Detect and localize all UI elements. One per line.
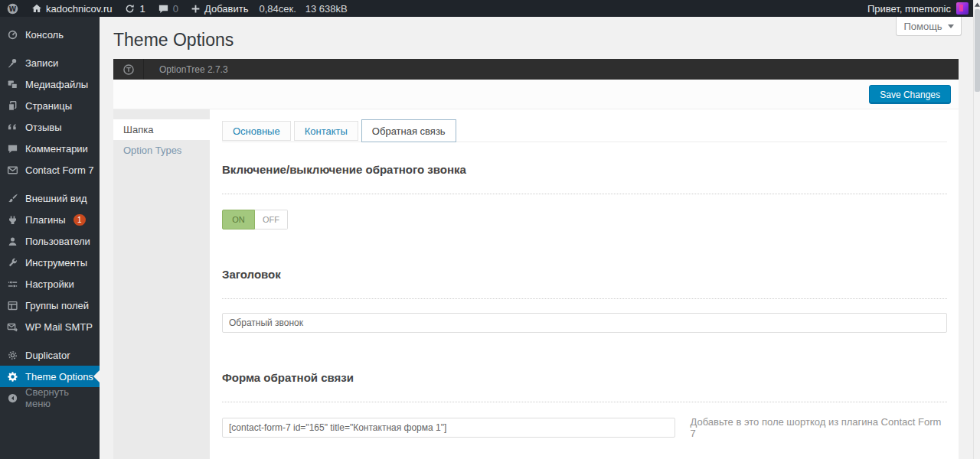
shortcode-input[interactable] xyxy=(222,418,675,438)
updates-count: 1 xyxy=(139,3,145,15)
greeting-text: Привет, mnemonic xyxy=(867,3,951,15)
sidebar-item-tools[interactable]: Инструменты xyxy=(0,252,100,273)
on-off-toggle[interactable]: ON OFF xyxy=(222,210,288,230)
sidebar-item-label: Внешний вид xyxy=(25,193,87,204)
toggle-on-option[interactable]: ON xyxy=(222,210,255,230)
sidebar-item-label: Свернуть меню xyxy=(25,386,95,409)
plus-icon xyxy=(191,4,201,14)
section-heading-title: Заголовок xyxy=(222,268,947,281)
load-time-stat: 0,84сек. xyxy=(254,3,300,15)
admin-bar: W kadochnicov.ru 1 0 Добавить 0,84сек. 1… xyxy=(0,0,973,17)
sidebar-item-label: Консоль xyxy=(25,29,64,41)
wordpress-logo-menu[interactable]: W xyxy=(0,0,25,17)
sidebar-item-label: Плагины xyxy=(25,214,66,226)
shortcode-control-row: Добавьте в это поле шорткод из плагина C… xyxy=(222,416,947,439)
tab-bar: Основные Контакты Обратная связь xyxy=(222,119,947,142)
comment-icon xyxy=(158,3,169,15)
home-icon xyxy=(31,3,42,14)
add-new-label: Добавить xyxy=(204,3,248,15)
sidebar-item-plugins[interactable]: Плагины 1 xyxy=(0,209,100,230)
help-button[interactable]: Помощь xyxy=(896,17,962,36)
sidebar-item-settings[interactable]: Настройки xyxy=(0,273,100,295)
callback-title-input[interactable] xyxy=(222,313,947,333)
sidebar-item-theme-options[interactable]: Theme Options xyxy=(0,366,100,387)
account-menu[interactable]: Привет, mnemonic xyxy=(867,0,973,17)
duplicator-gear-icon xyxy=(7,350,18,361)
mail-icon xyxy=(7,164,18,176)
sidebar-item-contact-form-7[interactable]: Contact Form 7 xyxy=(0,159,100,181)
scrollbar-thumb[interactable] xyxy=(975,9,980,92)
sidebar-collapse-menu[interactable]: Свернуть меню xyxy=(0,387,100,409)
shortcode-hint: Добавьте в это поле шорткод из плагина C… xyxy=(691,416,947,439)
sidebar-item-label: Пользователи xyxy=(25,236,90,247)
sidebar-item-posts[interactable]: Записи xyxy=(0,52,100,73)
site-name: kadochnicov.ru xyxy=(46,3,112,15)
add-new-menu[interactable]: Добавить xyxy=(185,0,254,17)
save-changes-button[interactable]: Save Changes xyxy=(869,85,951,104)
dotted-divider xyxy=(222,402,947,402)
sidebar-item-wp-mail-smtp[interactable]: WP Mail SMTP xyxy=(0,316,100,337)
main-content: Помощь Theme Options OptionTree 2.7.3 Sa… xyxy=(100,17,973,459)
user-icon xyxy=(7,236,18,247)
page-scrollbar[interactable] xyxy=(973,0,980,459)
comments-menu[interactable]: 0 xyxy=(152,0,185,17)
optiontree-version-title: OptionTree 2.7.3 xyxy=(144,64,228,75)
pin-icon xyxy=(7,57,18,69)
optiontree-panel: OptionTree 2.7.3 Save Changes Шапка Opti… xyxy=(113,59,959,459)
sidebar-item-label: Записи xyxy=(25,57,58,69)
sidebar-item-appearance[interactable]: Внешний вид xyxy=(0,187,100,209)
sidebar-item-pages[interactable]: Страницы xyxy=(0,95,100,116)
wrench-icon xyxy=(7,257,18,269)
sidebar-item-users[interactable]: Пользователи xyxy=(0,230,100,252)
page-title: Theme Options xyxy=(100,17,973,57)
sidebar-item-label: Contact Form 7 xyxy=(25,164,94,176)
media-icon xyxy=(7,79,18,90)
quote-icon xyxy=(7,122,18,133)
sidebar-item-label: Отзывы xyxy=(25,122,62,133)
sliders-icon xyxy=(7,278,18,290)
sidebar-item-duplicator[interactable]: Duplicator xyxy=(0,344,100,366)
sidebar-item-testimonials[interactable]: Отзывы xyxy=(0,116,100,138)
sidebar-item-media[interactable]: Медиафайлы xyxy=(0,73,100,95)
sidebar-item-dashboard[interactable]: Консоль xyxy=(0,24,100,45)
sidebar-item-label: Настройки xyxy=(25,278,74,290)
title-control-row xyxy=(222,313,947,333)
tab-general[interactable]: Основные xyxy=(222,121,291,141)
optiontree-content: Основные Контакты Обратная связь Включен… xyxy=(210,109,959,459)
sidebar-item-label: Theme Options xyxy=(25,371,93,382)
optiontree-side-nav: Шапка Option Types xyxy=(113,109,210,459)
sidebar-item-label: Duplicator xyxy=(25,350,70,361)
sidebar-item-label: WP Mail SMTP xyxy=(25,321,93,333)
comment-icon xyxy=(7,143,18,155)
sidebar-item-label: Группы полей xyxy=(25,300,89,311)
optiontree-body: Шапка Option Types Основные Контакты Обр… xyxy=(113,109,959,459)
help-label: Помощь xyxy=(903,21,942,32)
brush-icon xyxy=(7,193,18,204)
memory-stat: 13 638kB xyxy=(301,3,352,15)
mail-send-icon xyxy=(7,321,18,333)
toggle-off-option[interactable]: OFF xyxy=(255,210,288,230)
sidebar-item-label: Комментарии xyxy=(25,143,88,155)
sidebar-item-label: Страницы xyxy=(25,100,72,112)
optiontree-logo-icon xyxy=(113,59,144,80)
sidebar-item-comments[interactable]: Комментарии xyxy=(0,138,100,159)
site-link[interactable]: kadochnicov.ru xyxy=(25,0,118,17)
updates-menu[interactable]: 1 xyxy=(118,0,151,17)
collapse-icon xyxy=(7,392,18,404)
sidebar-item-field-groups[interactable]: Группы полей xyxy=(0,295,100,316)
table-icon xyxy=(7,300,18,311)
svg-text:W: W xyxy=(9,5,17,12)
avatar xyxy=(956,2,969,15)
sidenav-item-header[interactable]: Шапка xyxy=(113,119,210,140)
tab-contacts[interactable]: Контакты xyxy=(294,121,358,141)
dashboard-icon xyxy=(7,29,18,41)
sidenav-item-option-types[interactable]: Option Types xyxy=(113,140,210,161)
dotted-divider xyxy=(222,194,947,194)
update-icon xyxy=(124,3,136,15)
pages-icon xyxy=(7,100,18,112)
sidebar-item-label: Медиафайлы xyxy=(25,79,88,90)
scroll-up-arrow-icon[interactable] xyxy=(974,0,980,8)
tab-feedback[interactable]: Обратная связь xyxy=(361,119,456,142)
wordpress-logo-icon: W xyxy=(6,2,19,15)
optiontree-header: OptionTree 2.7.3 xyxy=(113,59,959,80)
